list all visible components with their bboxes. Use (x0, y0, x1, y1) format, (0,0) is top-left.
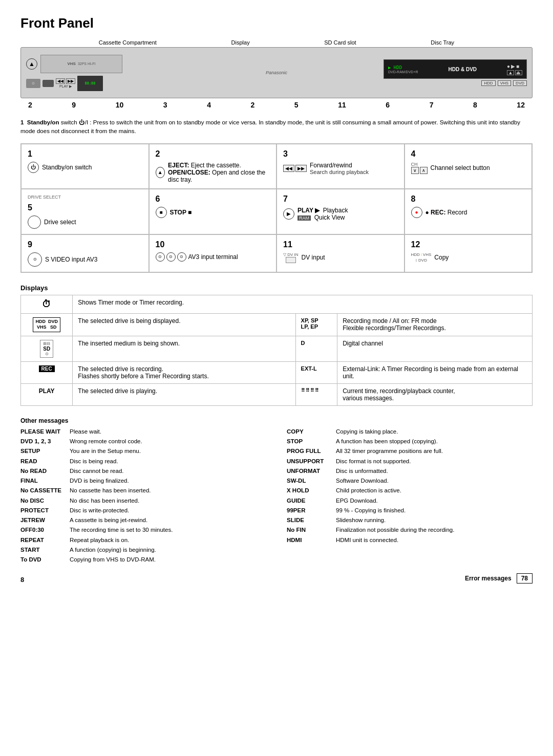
msg-start: START A function (copying) is beginning. (20, 546, 266, 554)
av3-input-1-icon: ⊙ (156, 252, 165, 262)
msg-val-x-hold: Child protection is active. (336, 486, 533, 495)
timer-desc-cell: Shows Timer mode or Timer recording. (73, 295, 533, 313)
msg-key-unformat: UNFORMAT (287, 467, 333, 476)
msg-final: FINAL DVD is being finalized. (20, 477, 266, 485)
play-icon-cell: PLAY (21, 383, 73, 405)
msg-val-repeat: Repeat playback is on. (70, 536, 266, 545)
av3-input-2-icon: ⊙ (166, 252, 176, 262)
msg-stop: STOP A function has been stopped (copyin… (287, 437, 533, 446)
control-num-11: 11 (283, 240, 398, 249)
sd-icon-cell: ⊞⊟ SD ⊙ (21, 336, 73, 361)
forward-icon: ▶▶ (295, 165, 307, 172)
standby-icon: ⏻ (28, 162, 39, 173)
msg-no-fin: No FIN Finalization not possible during … (287, 526, 533, 534)
control-num-1: 1 (28, 149, 142, 159)
s-video-icon: ⊙ (28, 252, 42, 267)
control-num-10: 10 (156, 240, 270, 249)
msg-no-disc: No DISC No disc has been inserted. (20, 496, 266, 505)
msg-val-hdmi: HDMI unit is connected. (336, 536, 533, 545)
control-label-4: Channel select button (431, 164, 490, 171)
device-num-11: 11 (338, 101, 346, 109)
device-num-10: 10 (116, 101, 124, 109)
msg-key-stop: STOP (287, 437, 333, 446)
msg-key-x-hold: X HOLD (287, 486, 333, 495)
msg-hdmi: HDMI HDMI unit is connected. (287, 536, 533, 545)
control-label-12: Copy (434, 254, 449, 261)
counter-code-cell: ⠿⠿⠿⠿ (295, 383, 337, 405)
msg-dvd123: DVD 1, 2, 3 Wrong remote control code. (20, 437, 266, 446)
xpsp-code-cell: XP, SPLP, EP (295, 313, 337, 336)
drive-select-icon (28, 215, 41, 229)
msg-val-start: A function (copying) is beginning. (70, 546, 266, 554)
device-num-3: 3 (163, 101, 167, 109)
msg-val-guide: EPG Download. (336, 496, 533, 505)
label-sd: SD Card slot (324, 39, 356, 46)
control-label-2a: EJECT: Eject the cassette. (168, 162, 270, 169)
rec-icon-cell: REC (21, 361, 73, 383)
msg-read: READ Disc is being read. (20, 457, 266, 466)
msg-key-setup: SETUP (20, 447, 67, 456)
control-label-3a: Forward/rewind (310, 162, 369, 169)
msg-key-dvd123: DVD 1, 2, 3 (20, 437, 67, 446)
display-row-rec: REC The selected drive is recording.Flas… (21, 361, 533, 383)
control-label-8: ● REC: Record (426, 209, 467, 216)
eject-icon: ▲ (26, 58, 37, 70)
control-label-10: AV3 input terminal (188, 253, 238, 261)
control-num-3: 3 (283, 149, 398, 159)
msg-val-sw-dl: Software Download. (336, 477, 533, 485)
label-display: Display (231, 39, 250, 46)
msg-jetrew: JETREW A cassette is being jet-rewind. (20, 516, 266, 525)
device-num-8: 8 (473, 101, 477, 109)
msg-key-read: READ (20, 457, 67, 466)
display-row-sd: ⊞⊟ SD ⊙ The inserted medium is being sho… (21, 336, 533, 361)
control-num-6: 6 (156, 195, 270, 204)
control-4: 4 CH ∨ ∧ Channel select button (405, 144, 533, 189)
msg-key-prog-full: PROG FULL (287, 447, 333, 456)
control-label-7a: PLAY ▶ Playback (297, 207, 348, 214)
messages-columns: PLEASE WAIT Please wait. DVD 1, 2, 3 Wro… (20, 427, 533, 566)
msg-key-off030: OFF0:30 (20, 526, 67, 534)
msg-key-final: FINAL (20, 477, 67, 485)
msg-no-cassette: No CASSETTE No cassette has been inserte… (20, 486, 266, 495)
messages-left-col: PLEASE WAIT Please wait. DVD 1, 2, 3 Wro… (20, 427, 266, 566)
msg-val-please-wait: Please wait. (70, 427, 266, 436)
control-6: 6 ■ STOP ■ (149, 189, 277, 234)
msg-key-slide: SLIDE (287, 516, 333, 525)
page-title: Front Panel (20, 15, 533, 31)
extl-desc-cell: External-Link: A Timer Recording is bein… (337, 361, 533, 383)
msg-key-please-wait: PLEASE WAIT (20, 427, 67, 436)
msg-key-start: START (20, 546, 67, 554)
control-num-4: 4 (411, 149, 526, 159)
msg-val-99per: 99 % - Copying is finished. (336, 506, 533, 515)
device-num-6: 6 (386, 101, 390, 109)
d-code-cell: D (295, 336, 337, 361)
sd-desc-cell: The inserted medium is being shown. (73, 336, 295, 361)
rec-desc-cell: The selected drive is recording.Flashes … (73, 361, 295, 383)
msg-setup: SETUP You are in the Setup menu. (20, 447, 266, 456)
displays-title: Displays (20, 284, 533, 292)
error-messages-row: Error messages 78 (465, 573, 533, 584)
play-label: PLAY (39, 387, 55, 395)
control-label-5: Drive select (44, 219, 76, 226)
msg-unsupport: UNSUPPORT Disc format is not supported. (287, 457, 533, 466)
display-row-timer: ⏱ Shows Timer mode or Timer recording. (21, 295, 533, 313)
msg-prog-full: PROG FULL All 32 timer programme positio… (287, 447, 533, 456)
display-row-play: PLAY The selected drive is playing. ⠿⠿⠿⠿… (21, 383, 533, 405)
other-messages-section: Other messages PLEASE WAIT Please wait. … (20, 417, 533, 566)
control-num-9: 9 (28, 240, 142, 249)
play-icon: ▶ (283, 208, 294, 220)
msg-key-repeat: REPEAT (20, 536, 67, 545)
msg-sw-dl: SW-DL Software Download. (287, 477, 533, 485)
msg-val-prog-full: All 32 timer programme positions are ful… (336, 447, 533, 456)
msg-val-unsupport: Disc format is not supported. (336, 457, 533, 466)
device-num-12: 12 (517, 101, 525, 109)
control-label-3b: Search during playback (310, 169, 369, 175)
msg-key-jetrew: JETREW (20, 516, 67, 525)
device-num-9: 9 (72, 101, 76, 109)
hdd-desc-cell: The selected drive is being displayed. (73, 313, 295, 336)
msg-please-wait: PLEASE WAIT Please wait. (20, 427, 266, 436)
msg-key-sw-dl: SW-DL (287, 477, 333, 485)
xpsp-desc-cell: Recording mode / All on: FR modeFlexible… (337, 313, 533, 336)
msg-val-no-cassette: No cassette has been inserted. (70, 486, 266, 495)
msg-slide: SLIDE Slideshow running. (287, 516, 533, 525)
